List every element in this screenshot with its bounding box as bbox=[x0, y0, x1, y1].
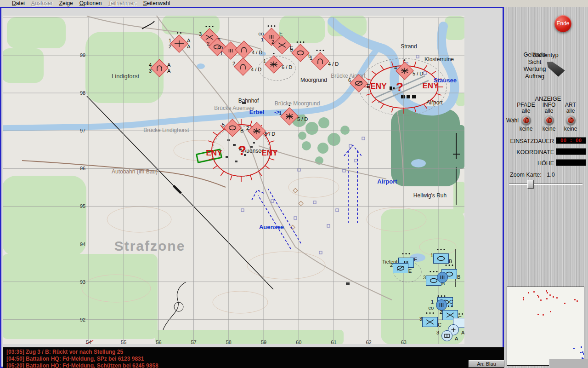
unit-label: 2 bbox=[169, 44, 171, 49]
unit-label: co bbox=[258, 31, 264, 36]
unit-label: 1 bbox=[263, 59, 266, 64]
readout-label: KOORDINATE bbox=[516, 149, 554, 155]
grid-label-y: 93 bbox=[80, 279, 85, 285]
minimap-enemy-dot bbox=[523, 299, 524, 300]
menu-item-auslser: Auslöser bbox=[31, 0, 53, 6]
unit-label: 2 bbox=[246, 126, 249, 131]
anzeige-toggle-knob[interactable] bbox=[521, 115, 531, 125]
place-label: Brücke Auensee bbox=[214, 105, 254, 111]
menu-item-datei[interactable]: Datei bbox=[12, 0, 25, 6]
place-label: Airport bbox=[377, 178, 397, 185]
grid-label-y: 99 bbox=[80, 52, 85, 58]
arch-icon bbox=[153, 64, 165, 72]
place-label: Lindigforst bbox=[112, 73, 139, 80]
anzeige-title: ANZEIGE bbox=[520, 95, 576, 102]
strength-dots bbox=[268, 25, 276, 27]
minimap-enemy-dot bbox=[523, 297, 524, 299]
zoom-label-text: Zoom Karte: bbox=[510, 172, 542, 178]
quad-icon bbox=[283, 112, 295, 121]
grid-label-y: 92 bbox=[80, 317, 85, 322]
menu-item-teilnehmer: Teilnehmer: bbox=[108, 0, 136, 6]
unit-label: A bbox=[187, 38, 190, 43]
chat-message: [03:35] Zug 3 / B: Rückt vor nach Stellu… bbox=[6, 349, 504, 356]
quad-icon bbox=[251, 127, 263, 135]
unit-label: 2 bbox=[232, 61, 235, 66]
grid-label-y: 98 bbox=[80, 90, 85, 96]
unit-label: E bbox=[367, 84, 370, 89]
unit-label: A bbox=[167, 63, 170, 68]
menu-item-optionen[interactable]: Optionen bbox=[79, 0, 102, 6]
grid-label-x: 59 bbox=[261, 339, 266, 344]
place-label: Auensee bbox=[259, 224, 284, 230]
grid-label-y: 97 bbox=[80, 128, 85, 133]
anzeige-toggle-knob[interactable] bbox=[566, 115, 576, 125]
place-label: Brücke Moorgrund bbox=[275, 100, 320, 107]
unit-label: 2 bbox=[271, 40, 274, 45]
unit-label: B bbox=[457, 275, 460, 280]
map-viewport[interactable]: LindigforstMoorgrundBrücke AirportStrand… bbox=[3, 16, 464, 344]
place-label: Moorgrund bbox=[300, 77, 327, 83]
oval-icon bbox=[294, 49, 306, 57]
anzeige-alle-label: alle bbox=[514, 108, 538, 114]
unit-label: 1 bbox=[279, 111, 282, 116]
unit-label: 3 bbox=[149, 69, 152, 74]
readout-label: EINSATZDAUER bbox=[510, 138, 554, 144]
strength-dots bbox=[317, 50, 324, 51]
overview-map[interactable] bbox=[507, 287, 584, 366]
zoom-slider-handle[interactable] bbox=[527, 180, 534, 189]
end-button[interactable]: Ende bbox=[554, 15, 571, 32]
readout-display bbox=[556, 148, 586, 155]
minimap-enemy-dot bbox=[549, 294, 551, 296]
zoom-value: 1.0 bbox=[547, 172, 554, 178]
unit-label: 4 / D bbox=[328, 62, 339, 67]
unit-label: B bbox=[449, 259, 452, 264]
unit-label: E bbox=[414, 257, 417, 262]
minimap-enemy-dot bbox=[574, 299, 576, 300]
arch-icon bbox=[237, 63, 249, 71]
place-label: Brücke Lindighorst bbox=[143, 127, 189, 133]
grid-label-x: 62 bbox=[366, 339, 371, 344]
unit-label: A bbox=[455, 336, 458, 341]
readout-display: 00 : 00 bbox=[556, 137, 586, 144]
unit-label: B bbox=[240, 128, 243, 133]
wahl-label: Wahl bbox=[506, 117, 519, 124]
quad-icon bbox=[399, 67, 411, 75]
strength-dots bbox=[437, 249, 445, 250]
grid-label-x: 56 bbox=[156, 339, 161, 344]
unit-label: 4 / D bbox=[251, 67, 261, 72]
map-window: LindigforstMoorgrundBrücke AirportStrand… bbox=[0, 6, 504, 368]
unit-label: 1 bbox=[431, 299, 434, 305]
zoom-slider-track[interactable] bbox=[509, 184, 582, 185]
unit-label: A bbox=[461, 330, 464, 335]
grid-label-x: 60 bbox=[296, 339, 301, 344]
kartentyp-option-gelnde[interactable]: Gelände bbox=[507, 51, 562, 58]
strength-dots bbox=[297, 41, 305, 43]
grid-label-x: 58 bbox=[226, 339, 232, 344]
unit-label: C bbox=[438, 322, 441, 328]
menu-item-seitenwahl[interactable]: Seitenwahl bbox=[143, 0, 170, 6]
place-label: Klosterruine bbox=[424, 56, 454, 63]
minimap-friendly-dot bbox=[580, 352, 582, 353]
zoom-karte-label: Zoom Karte: 1.0 bbox=[510, 172, 555, 178]
grid-label-y: 95 bbox=[80, 203, 85, 209]
grid-label-x: 54 bbox=[86, 339, 91, 344]
readout-row: KOORDINATE bbox=[505, 149, 588, 156]
strength-dots bbox=[430, 271, 438, 272]
unit-label: 3 bbox=[423, 275, 426, 280]
menu-item-zeige[interactable]: Zeige bbox=[59, 0, 73, 6]
anzeige-column-info: INFOallekeine bbox=[537, 102, 561, 132]
unit-label: 6 bbox=[348, 78, 351, 83]
minimap-enemy-dot bbox=[577, 300, 578, 302]
chat-target-button[interactable]: An: Blau bbox=[469, 360, 504, 368]
minimap-enemy-dot bbox=[528, 292, 529, 293]
unit-label: 1 bbox=[169, 38, 171, 43]
grid-label-x: 57 bbox=[191, 339, 196, 344]
minimap-enemy-dot bbox=[546, 298, 548, 299]
strength-dots bbox=[289, 105, 290, 106]
anzeige-toggle-knob[interactable] bbox=[544, 115, 554, 125]
strength-dots bbox=[177, 32, 181, 34]
unit-label: 1 bbox=[310, 56, 312, 61]
unit-label: 5 / D bbox=[265, 132, 275, 137]
anzeige-keine-label: keine bbox=[514, 126, 538, 132]
kartentyp-option-auftrag[interactable]: Auftrag bbox=[507, 73, 562, 80]
